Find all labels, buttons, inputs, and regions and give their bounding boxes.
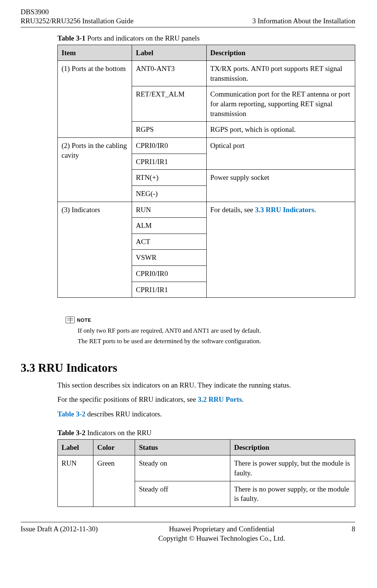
note-line-1: If only two RF ports are required, ANT0 …: [78, 326, 355, 336]
cell-desc: RGPS port, which is optional.: [206, 122, 355, 138]
cell-desc: Communication port for the RET antenna o…: [206, 86, 355, 122]
page-footer: Issue Draft A (2012-11-30) Huawei Propri…: [21, 522, 355, 543]
para2-prefix: For the specific positions of RRU indica…: [57, 395, 198, 403]
col-header-item: Item: [58, 45, 132, 61]
cell-desc-prefix: For details, see: [210, 206, 255, 214]
cell-item: (2) Ports in the cabling cavity: [58, 137, 132, 202]
table-row: (1) Ports at the bottom ANT0-ANT3 TX/RX …: [58, 61, 355, 86]
col-header-description: Description: [206, 45, 355, 61]
table-row: Label Color Status Description: [58, 439, 355, 455]
cell-label: NEG(-): [132, 185, 206, 202]
note-label: NOTE: [77, 317, 91, 323]
section-3-3-para1: This section describes six indicators on…: [57, 381, 355, 390]
col-header-status: Status: [135, 439, 230, 455]
header-chapter: 3 Information About the Installation: [252, 17, 355, 26]
cell-label: RUN: [132, 202, 206, 218]
table-3-2-caption-bold: Table 3-2: [57, 429, 86, 437]
para2-suffix: .: [242, 395, 244, 403]
col-header-label: Label: [58, 439, 93, 455]
cell-desc-suffix: .: [314, 206, 316, 214]
cell-label: CPRI1/IR1: [132, 154, 206, 170]
section-3-3-para2: For the specific positions of RRU indica…: [57, 395, 355, 404]
header-divider: [21, 27, 355, 27]
cell-desc: For details, see 3.3 RRU Indicators.: [206, 202, 355, 298]
cell-desc: There is power supply, but the module is…: [230, 455, 355, 481]
note-line-2: The RET ports to be used are determined …: [78, 336, 355, 346]
cell-label: VSWR: [132, 250, 206, 266]
cell-item: (3) Indicators: [58, 202, 132, 298]
footer-confidential: Huawei Proprietary and Confidential: [111, 525, 333, 534]
col-header-color: Color: [93, 439, 135, 455]
table-row: Item Label Description: [58, 45, 355, 61]
page-header: DBS3900 RRU3252/RRU3256 Installation Gui…: [21, 8, 355, 26]
cell-label: RGPS: [132, 122, 206, 138]
cell-label: ALM: [132, 218, 206, 234]
cell-desc: There is no power supply, or the module …: [230, 481, 355, 507]
link-rru-indicators[interactable]: 3.3 RRU Indicators: [255, 206, 314, 214]
footer-copyright: Copyright © Huawei Technologies Co., Ltd…: [111, 534, 333, 543]
section-3-3-para3: Table 3-2 describes RRU indicators.: [57, 410, 355, 419]
footer-divider: [21, 522, 355, 522]
cell-label: RUN: [58, 455, 93, 507]
table-3-2-caption-text: Indicators on the RRU: [86, 429, 152, 437]
link-table-3-2[interactable]: Table 3-2: [57, 410, 86, 418]
table-row: (2) Ports in the cabling cavity CPRI0/IR…: [58, 137, 355, 154]
cell-desc: TX/RX ports. ANT0 port supports RET sign…: [206, 61, 355, 86]
cell-label: RTN(+): [132, 170, 206, 186]
cell-desc: Power supply socket: [206, 170, 355, 202]
header-doc-model: DBS3900: [21, 8, 134, 17]
table-row: RUN Green Steady on There is power suppl…: [58, 455, 355, 481]
col-header-description: Description: [230, 439, 355, 455]
book-icon: [66, 317, 75, 323]
cell-status: Steady on: [135, 455, 230, 481]
cell-label: CPRI1/IR1: [132, 282, 206, 298]
table-3-1-caption: Table 3-1 Ports and indicators on the RR…: [57, 34, 355, 42]
cell-label: RET/EXT_ALM: [132, 86, 206, 122]
header-doc-title: RRU3252/RRU3256 Installation Guide: [21, 17, 134, 26]
table-row: (3) Indicators RUN For details, see 3.3 …: [58, 202, 355, 218]
cell-color: Green: [93, 455, 135, 507]
table-3-1-caption-bold: Table 3-1: [57, 34, 86, 42]
note-block: NOTE If only two RF ports are required, …: [66, 317, 355, 346]
table-3-2: Label Color Status Description RUN Green…: [57, 439, 355, 507]
table-3-1-caption-text: Ports and indicators on the RRU panels: [86, 34, 200, 42]
cell-label: CPRI0/IR0: [132, 137, 206, 154]
cell-label: CPRI0/IR0: [132, 266, 206, 282]
table-3-2-caption: Table 3-2 Indicators on the RRU: [57, 429, 355, 437]
cell-desc: Optical port: [206, 137, 355, 169]
link-rru-ports[interactable]: 3.2 RRU Ports: [198, 395, 242, 403]
cell-label: ANT0-ANT3: [132, 61, 206, 86]
col-header-label: Label: [132, 45, 206, 61]
cell-item: (1) Ports at the bottom: [58, 61, 132, 138]
table-3-1: Item Label Description (1) Ports at the …: [57, 45, 355, 298]
footer-page-number: 8: [333, 525, 355, 543]
footer-issue: Issue Draft A (2012-11-30): [21, 525, 111, 543]
cell-label: ACT: [132, 234, 206, 250]
para3-suffix: describes RRU indicators.: [86, 410, 162, 418]
cell-status: Steady off: [135, 481, 230, 507]
section-3-3-heading: 3.3 RRU Indicators: [21, 361, 355, 375]
